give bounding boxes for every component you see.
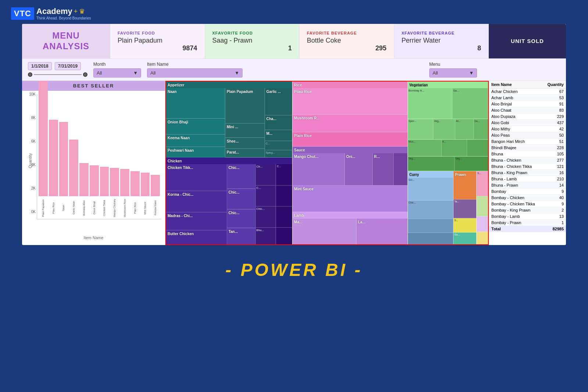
- quantity-cell: 40: [543, 194, 566, 201]
- bar-fill: [141, 173, 150, 196]
- quantity-cell: 16: [543, 169, 566, 176]
- bar-item[interactable]: Mango Chutney: [110, 168, 119, 219]
- bar-label: Bombay Aloo: [83, 197, 85, 219]
- chart-area: Quantity 10K8K6K4K2K0K Plain PapadumPila…: [22, 91, 165, 241]
- best-seller-section: BEST SELLER Quantity 10K8K6K4K2K0K Plain…: [22, 81, 165, 245]
- bar-label: Pilau Rice: [52, 197, 55, 219]
- bar-item[interactable]: Plain Papadum: [39, 81, 48, 219]
- date-end[interactable]: 7/31/2019: [55, 62, 81, 70]
- item-name-cell: Aloo Dupiaza: [489, 113, 543, 119]
- bar-item[interactable]: Mushroom Rice: [120, 169, 129, 219]
- col-item-name: Item Name: [489, 81, 543, 89]
- bar-label: Mushroom Rice: [123, 197, 126, 219]
- table-row: Bhuna - Chicken Tikka121: [489, 163, 566, 169]
- table-row: Bhuna - Prawn14: [489, 182, 566, 188]
- bar-item[interactable]: Bombay Aloo: [79, 163, 89, 219]
- tm-plain-rice: Plain Rice: [294, 134, 312, 138]
- unit-sold-section: Item Name Quantity Achar Chicken67Achar …: [489, 81, 566, 245]
- kpi-xfav-food-qty: 1: [212, 44, 292, 52]
- tm-oni: Oni...: [346, 155, 355, 159]
- y-tick-5: 0K: [24, 210, 36, 214]
- item-name-cell: Bombay - King Prawn: [489, 207, 543, 213]
- quantity-cell: 14: [543, 182, 566, 188]
- slider-left-handle[interactable]: [28, 72, 32, 77]
- bar-label: Mint Sauce: [144, 197, 146, 219]
- tm-mint-sauce: Mint Sauce: [294, 187, 313, 191]
- bar-fill: [59, 122, 68, 196]
- bar-item[interactable]: Pilau Rice: [49, 120, 58, 219]
- item-name-cell: Bhuna - Lamb: [489, 176, 543, 182]
- logo-text: Academy + ♛ Think Ahead. Beyond Boundari…: [36, 7, 91, 20]
- quantity-cell: 53: [543, 94, 566, 101]
- quantity-cell: 2: [543, 207, 566, 213]
- tm-korma-chic: Korma - Chic...: [168, 193, 194, 197]
- y-tick-3: 4K: [24, 163, 36, 167]
- bar-label: Plain Papadum: [42, 197, 44, 219]
- treemap-area: Appetizer Naan Onion Bhaji: [165, 81, 489, 245]
- item-name-cell: Bombay - Prawn: [489, 219, 543, 226]
- tm-m: M...: [266, 132, 273, 136]
- item-name-cell: Bhuna: [489, 151, 543, 157]
- item-name-cell: Bhuna - Prawn: [489, 182, 543, 188]
- tm-garlic: Garlic ...: [266, 90, 281, 94]
- table-row: Bhindi Bhajee228: [489, 144, 566, 151]
- date-filter: 1/1/2018 7/31/2019: [28, 62, 87, 77]
- bar-item[interactable]: Garlic Naan: [69, 140, 78, 219]
- menu-dropdown[interactable]: All ▼: [429, 68, 477, 78]
- bar-item[interactable]: Mint Sauce: [141, 173, 150, 219]
- quantity-cell: 9: [543, 188, 566, 194]
- total-label: Total: [489, 226, 543, 232]
- item-name-cell: Bhuna - Chicken Tikka: [489, 163, 543, 169]
- tm-appetizer: Appetizer: [168, 83, 184, 87]
- date-slider[interactable]: [28, 72, 87, 77]
- col-quantity: Quantity: [543, 81, 566, 89]
- item-name-dropdown[interactable]: All ▼: [147, 68, 243, 78]
- unit-table: Item Name Quantity Achar Chicken67Achar …: [489, 81, 566, 232]
- date-start[interactable]: 1/1/2018: [28, 62, 52, 70]
- kpi-fav-bev-label: FAVORITE BEVERAGE: [307, 31, 387, 35]
- tm-sauce: Sauce: [294, 148, 305, 152]
- bar-item[interactable]: Keema Naan: [151, 175, 160, 219]
- table-row: Bhuna - Lamb210: [489, 176, 566, 182]
- kpi-xfav-bev-label: XFAVORITE BEVERAGE: [402, 31, 481, 35]
- bar-item[interactable]: Chicken Tikka: [100, 167, 109, 219]
- tm-r: R...: [374, 155, 380, 159]
- menu-filter-label: Menu: [429, 62, 477, 67]
- tm-tan: Tan...: [229, 230, 238, 234]
- month-dropdown[interactable]: All ▼: [93, 68, 141, 78]
- bar-fill: [151, 175, 160, 196]
- tm-cha: Cha...: [266, 117, 276, 121]
- total-quantity: 82985: [543, 226, 566, 232]
- bar-item[interactable]: Plain Rice: [130, 171, 140, 219]
- tm-la: La...: [358, 220, 365, 224]
- bar-label: Keema Naan: [154, 197, 157, 219]
- bar-item[interactable]: Onion Bhaji: [90, 165, 99, 219]
- table-row: Bangon Hari Mirch51: [489, 138, 566, 144]
- kpi-fav-bev-item: Bottle Coke: [307, 37, 341, 45]
- bar-item[interactable]: Naan: [59, 122, 68, 219]
- logo: VTC Academy + ♛ Think Ahead. Beyond Boun…: [11, 7, 91, 20]
- y-tick-1: 8K: [24, 116, 36, 120]
- chevron-down-icon-3: ▼: [469, 70, 474, 76]
- bar-label: Mango Chutney: [113, 197, 116, 219]
- tm-plain-papadum: Plain Papadum: [227, 90, 253, 94]
- kpi-xfav-food-label: XFAVORITE FOOD: [212, 31, 292, 35]
- bar-label: Onion Bhaji: [93, 197, 96, 219]
- menu-value: All: [433, 70, 438, 76]
- slider-right-handle[interactable]: [83, 72, 87, 77]
- item-name-cell: Bhuna - King Prawn: [489, 169, 543, 176]
- bar-fill: [110, 168, 119, 196]
- unit-sold-header-placeholder: UNIT SOLD: [489, 24, 566, 58]
- kpi-favorite-food: FAVORITE FOOD Plain Papadum 9874: [110, 24, 205, 58]
- bar-fill: [79, 163, 89, 196]
- month-value: All: [97, 70, 102, 76]
- chevron-down-icon: ▼: [133, 70, 138, 76]
- tm-prawn: Prawn: [455, 173, 466, 177]
- kpi-xfav-food: XFAVORITE FOOD Saag - Prawn 1: [205, 24, 300, 58]
- tm-shee: Shee...: [227, 139, 239, 143]
- top-row: MENU ANALYSIS FAVORITE FOOD Plain Papadu…: [22, 24, 566, 59]
- kpi-fav-food-qty: 9874: [118, 44, 197, 52]
- table-row: Aloo Brinjal91: [489, 101, 566, 107]
- item-name-cell: Achar Chicken: [489, 88, 543, 94]
- bar-fill: [100, 167, 109, 196]
